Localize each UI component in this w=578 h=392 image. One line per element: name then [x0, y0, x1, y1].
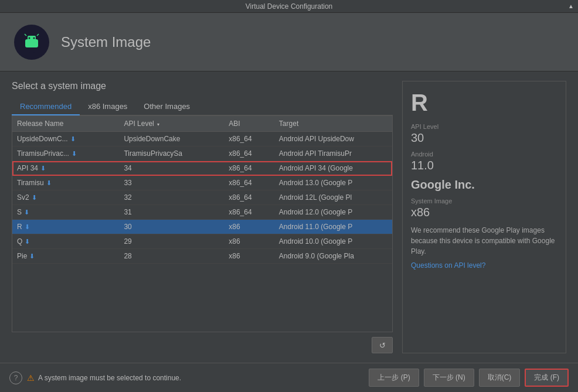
svg-rect-1: [25, 39, 38, 47]
app-icon: [14, 25, 49, 60]
cell-api: 34: [119, 161, 224, 176]
system-image-label: System Image: [411, 197, 557, 204]
api-level-link[interactable]: Questions on API level?: [411, 261, 557, 270]
cell-abi: x86: [224, 234, 274, 249]
table-row[interactable]: Pie⬇ 28 x86 Android 9.0 (Google Pla: [12, 249, 392, 264]
image-table-container: Release Name API Level ▾ ABI Target Upsi…: [12, 115, 393, 332]
tab-x86images[interactable]: x86 Images: [80, 98, 135, 115]
table-row[interactable]: API 34⬇ 34 x86_64 Android API 34 (Google: [12, 161, 392, 176]
cell-target: Android 12.0 (Google P: [274, 205, 392, 220]
footer: ? ⚠ A system image must be selected to c…: [0, 363, 578, 392]
cell-release: UpsideDownC...⬇: [12, 132, 119, 146]
minimize-button[interactable]: ▲: [564, 0, 578, 13]
col-api[interactable]: API Level ▾: [119, 116, 224, 132]
cell-abi: x86_64: [224, 146, 274, 161]
finish-button[interactable]: 完成 (F): [525, 369, 569, 387]
cell-api: 33: [119, 176, 224, 190]
svg-point-4: [33, 37, 35, 39]
col-release: Release Name: [12, 116, 119, 132]
cell-target: Android API UpsideDow: [274, 132, 392, 146]
cell-abi: x86_64: [224, 176, 274, 190]
android-version: 11.0: [411, 159, 557, 172]
table-row[interactable]: R⬇ 30 x86 Android 11.0 (Google P: [12, 220, 392, 234]
tab-otherimages[interactable]: Other Images: [135, 98, 198, 115]
table-row[interactable]: S⬇ 31 x86_64 Android 12.0 (Google P: [12, 205, 392, 220]
help-button[interactable]: ?: [9, 371, 22, 384]
api-level-label: API Level: [411, 123, 557, 130]
android-label: Android: [411, 151, 557, 158]
table-row[interactable]: TiramisuPrivac...⬇ TiramisuPrivacySa x86…: [12, 146, 392, 161]
cell-abi: x86: [224, 220, 274, 234]
tabs-container: Recommended x86 Images Other Images: [12, 98, 393, 115]
col-abi: ABI: [224, 116, 274, 132]
cell-release: API 34⬇: [12, 161, 119, 176]
cell-abi: x86_64: [224, 132, 274, 146]
cell-release: Q⬇: [12, 234, 119, 249]
header-title: System Image: [61, 34, 151, 50]
system-image-value: x86: [411, 206, 557, 219]
refresh-button[interactable]: ↺: [372, 337, 393, 353]
cell-abi: x86_64: [224, 161, 274, 176]
section-title: Select a system image: [12, 81, 393, 91]
cell-api: 29: [119, 234, 224, 249]
cell-api: 28: [119, 249, 224, 264]
cell-api: 30: [119, 220, 224, 234]
cancel-button[interactable]: 取消(C): [479, 369, 521, 387]
info-description: We recommend these Google Play images be…: [411, 225, 557, 257]
table-row[interactable]: UpsideDownC...⬇ UpsideDownCake x86_64 An…: [12, 132, 392, 146]
table-row[interactable]: Sv2⬇ 32 x86_64 Android 12L (Google Pl: [12, 190, 392, 205]
title-bar: Virtual Device Configuration ▲: [0, 0, 578, 13]
left-panel: Select a system image Recommended x86 Im…: [12, 81, 393, 353]
info-box: R API Level 30 Android 11.0 Google Inc. …: [402, 81, 566, 353]
info-letter: R: [411, 90, 557, 116]
table-row[interactable]: Tiramisu⬇ 33 x86_64 Android 13.0 (Google…: [12, 176, 392, 190]
cell-abi: x86_64: [224, 205, 274, 220]
warning-message: ⚠ A system image must be selected to con…: [27, 373, 181, 383]
title-bar-controls: ▲: [564, 0, 578, 12]
main-content: Select a system image Recommended x86 Im…: [0, 71, 578, 363]
cell-target: Android 11.0 (Google P: [274, 220, 392, 234]
cell-release: Sv2⬇: [12, 190, 119, 205]
footer-buttons: 上一步 (P) 下一步 (N) 取消(C) 完成 (F): [369, 369, 569, 387]
sort-icon: ▾: [157, 122, 159, 127]
cell-api: UpsideDownCake: [119, 132, 224, 146]
warning-icon: ⚠: [27, 373, 35, 383]
vendor: Google Inc.: [411, 178, 557, 192]
table-row[interactable]: Q⬇ 29 x86 Android 10.0 (Google P: [12, 234, 392, 249]
back-button[interactable]: 上一步 (P): [369, 369, 419, 387]
cell-api: TiramisuPrivacySa: [119, 146, 224, 161]
cell-release: TiramisuPrivac...⬇: [12, 146, 119, 161]
col-target: Target: [274, 116, 392, 132]
table-header-row: Release Name API Level ▾ ABI Target: [12, 116, 392, 132]
header: System Image: [0, 13, 578, 71]
title-bar-text: Virtual Device Configuration: [246, 2, 333, 11]
svg-point-3: [29, 37, 30, 39]
cell-release: R⬇: [12, 220, 119, 234]
cell-abi: x86: [224, 249, 274, 264]
cell-release: Pie⬇: [12, 249, 119, 264]
cell-abi: x86_64: [224, 190, 274, 205]
footer-left: ? ⚠ A system image must be selected to c…: [9, 371, 181, 384]
table-body: UpsideDownC...⬇ UpsideDownCake x86_64 An…: [12, 132, 392, 264]
cell-target: Android 9.0 (Google Pla: [274, 249, 392, 264]
cell-api: 31: [119, 205, 224, 220]
cell-release: Tiramisu⬇: [12, 176, 119, 190]
api-level-value: 30: [411, 131, 557, 145]
cell-api: 32: [119, 190, 224, 205]
cell-target: Android 10.0 (Google P: [274, 234, 392, 249]
image-table: Release Name API Level ▾ ABI Target Upsi…: [12, 116, 392, 264]
cell-release: S⬇: [12, 205, 119, 220]
cell-target: Android API 34 (Google: [274, 161, 392, 176]
cell-target: Android 13.0 (Google P: [274, 176, 392, 190]
cell-target: Android API TiramisuPr: [274, 146, 392, 161]
warning-text: A system image must be selected to conti…: [38, 374, 181, 382]
cell-target: Android 12L (Google Pl: [274, 190, 392, 205]
tab-recommended[interactable]: Recommended: [12, 98, 80, 115]
right-panel: R API Level 30 Android 11.0 Google Inc. …: [402, 81, 566, 353]
next-button[interactable]: 下一步 (N): [424, 369, 474, 387]
